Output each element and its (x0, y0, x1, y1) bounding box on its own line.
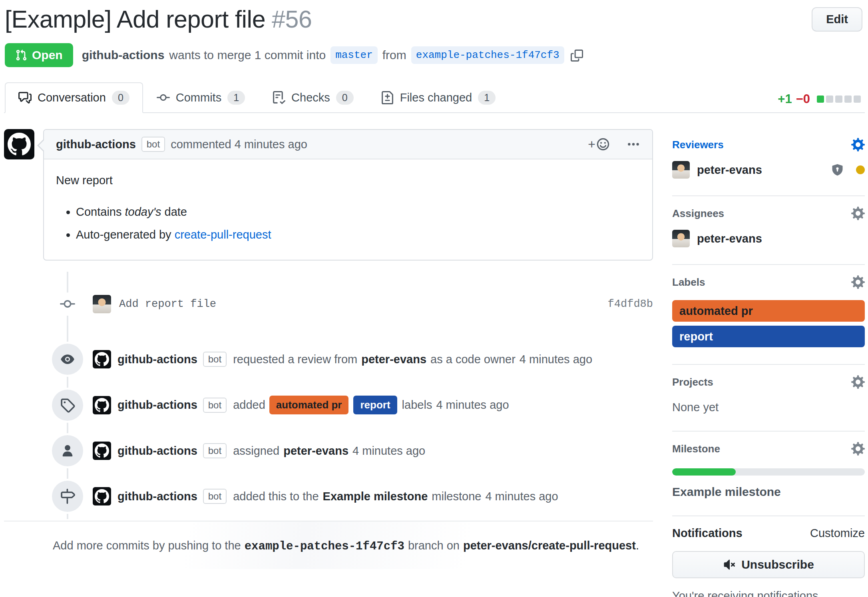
github-actions-avatar[interactable] (93, 487, 111, 505)
checklist-icon (272, 91, 285, 104)
content: github-actions bot commented 4 minutes a… (4, 129, 865, 597)
tab-count: 1 (478, 91, 496, 105)
bullet-text: date (161, 205, 187, 218)
tab-count: 1 (227, 91, 245, 105)
mute-icon (723, 558, 736, 571)
sidebar: Reviewers peter-evans Assignees (672, 129, 865, 597)
github-mark-icon (95, 398, 109, 412)
event-text: as a code owner (430, 353, 516, 366)
event-timestamp[interactable]: 4 minutes ago (485, 490, 558, 503)
commit-item: Add report file f4dfd8b (4, 272, 653, 336)
additions-count: +1 (778, 92, 792, 106)
commit-message[interactable]: Add report file (119, 298, 216, 310)
event-author[interactable]: github-actions (117, 490, 197, 503)
unsubscribe-button[interactable]: Unsubscribe (672, 551, 865, 578)
bot-badge: bot (203, 352, 227, 367)
assignee-row: peter-evans (672, 230, 865, 247)
plus-glyph: + (588, 137, 595, 152)
section-title: Milestone (672, 443, 720, 455)
timeline-event-milestoned: github-actions bot added this to the Exa… (4, 474, 653, 519)
assignee-name[interactable]: peter-evans (697, 232, 762, 245)
avatar[interactable] (672, 161, 690, 179)
git-commit-icon (157, 91, 170, 104)
projects-heading[interactable]: Projects (672, 375, 865, 389)
event-text: added (233, 398, 265, 412)
edit-button[interactable]: Edit (812, 7, 862, 32)
bot-badge: bot (203, 443, 227, 458)
milestone-heading[interactable]: Milestone (672, 442, 865, 456)
comment-header: github-actions bot commented 4 minutes a… (44, 130, 652, 159)
milestone-link[interactable]: Example milestone (323, 490, 428, 503)
bullet-text: Auto-generated by (76, 228, 175, 241)
label-report[interactable]: report (353, 396, 397, 414)
file-diff-icon (381, 91, 394, 104)
status-badge-label: Open (32, 48, 63, 62)
gear-icon[interactable] (851, 442, 865, 456)
tab-label: Commits (176, 91, 221, 104)
commit-sha[interactable]: f4dfd8b (608, 298, 653, 310)
gear-icon[interactable] (851, 275, 865, 289)
event-text: milestone (432, 490, 481, 503)
milestone-progress-fill (672, 468, 736, 476)
gear-icon[interactable] (851, 375, 865, 389)
github-actions-avatar[interactable] (4, 129, 34, 159)
bullet-text: Contains (76, 205, 125, 218)
copy-branch-button[interactable] (571, 49, 583, 62)
commit-author-avatar[interactable] (93, 295, 111, 313)
push-hint: Add more commits by pushing to the examp… (4, 521, 653, 569)
sidebar-assignees: Assignees peter-evans (672, 196, 865, 265)
event-timestamp[interactable]: 4 minutes ago (352, 444, 425, 458)
labels-heading[interactable]: Labels (672, 275, 865, 289)
github-actions-avatar[interactable] (93, 350, 111, 368)
avatar[interactable] (672, 230, 690, 247)
timeline-event-review-requested: github-actions bot requested a review fr… (4, 336, 653, 382)
customize-link[interactable]: Customize (810, 527, 865, 540)
git-pull-request-icon (15, 49, 27, 61)
gear-icon[interactable] (851, 207, 865, 220)
main-column: github-actions bot commented 4 minutes a… (4, 129, 653, 597)
create-pull-request-link[interactable]: create-pull-request (175, 228, 271, 241)
tab-checks[interactable]: Checks0 (259, 82, 367, 113)
event-text: added this to the (233, 490, 319, 503)
event-author[interactable]: github-actions (117, 353, 197, 366)
tab-commits[interactable]: Commits1 (143, 82, 259, 113)
deletions-count: −0 (796, 92, 810, 106)
label-report[interactable]: report (672, 326, 865, 347)
label-automated-pr[interactable]: automated pr (672, 300, 865, 322)
comment-author-link[interactable]: github-actions (56, 138, 136, 151)
reviewers-heading[interactable]: Reviewers (672, 138, 865, 151)
event-user-link[interactable]: peter-evans (361, 353, 426, 366)
comment-options-button[interactable] (627, 137, 640, 151)
github-actions-avatar[interactable] (93, 442, 111, 460)
gear-icon[interactable] (851, 138, 865, 151)
event-user-link[interactable]: peter-evans (283, 444, 348, 458)
event-author[interactable]: github-actions (117, 398, 197, 412)
github-mark-icon (95, 352, 109, 366)
person-icon (52, 435, 83, 466)
event-author[interactable]: github-actions (117, 444, 197, 458)
base-branch-label[interactable]: master (330, 46, 378, 64)
pr-tabs: Conversation0 Commits1 Checks0 Files cha… (4, 82, 865, 113)
github-mark-icon (95, 489, 109, 503)
assignees-heading[interactable]: Assignees (672, 207, 865, 220)
tab-conversation[interactable]: Conversation0 (5, 82, 143, 113)
reviewer-name[interactable]: peter-evans (697, 163, 762, 177)
event-timestamp[interactable]: 4 minutes ago (436, 398, 509, 412)
head-branch-label[interactable]: example-patches-1f47cf3 (411, 46, 564, 64)
comment-timestamp[interactable]: commented 4 minutes ago (171, 138, 307, 151)
push-hint-branch: example-patches-1f47cf3 (245, 540, 404, 553)
diff-stat[interactable]: +1 −0 (778, 92, 861, 106)
unsubscribe-label: Unsubscribe (741, 558, 814, 571)
label-automated-pr[interactable]: automated pr (269, 396, 349, 414)
tab-files-changed[interactable]: Files changed1 (367, 82, 509, 113)
event-timestamp[interactable]: 4 minutes ago (520, 353, 592, 366)
add-reaction-button[interactable]: + (588, 137, 610, 152)
notifications-heading: Notifications Customize (672, 527, 865, 540)
list-item: Contains today's date (76, 205, 640, 219)
push-hint-text: Add more commits by pushing to the (53, 539, 241, 552)
milestone-name-link[interactable]: Example milestone (672, 485, 865, 499)
comment-box: github-actions bot commented 4 minutes a… (43, 129, 653, 261)
sidebar-reviewers: Reviewers peter-evans (672, 135, 865, 196)
pr-author-link[interactable]: github-actions (82, 48, 165, 62)
github-actions-avatar[interactable] (93, 396, 111, 414)
